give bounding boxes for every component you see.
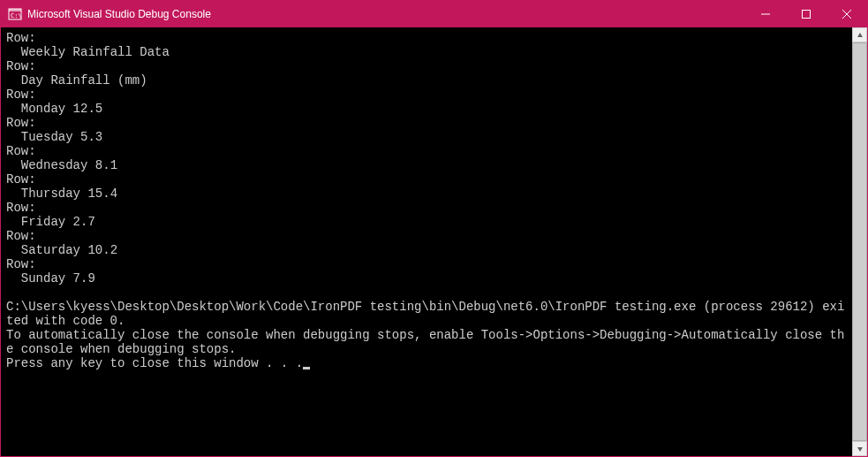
titlebar[interactable]: C:\ Microsoft Visual Studio Debug Consol… (1, 1, 867, 27)
app-icon: C:\ (8, 7, 22, 21)
scroll-thumb[interactable] (852, 42, 867, 441)
svg-marker-8 (857, 447, 863, 452)
debug-console-window: C:\ Microsoft Visual Studio Debug Consol… (0, 0, 868, 457)
window-controls (745, 1, 867, 27)
scroll-track[interactable] (852, 42, 867, 441)
maximize-button[interactable] (786, 1, 826, 27)
console-output[interactable]: Row: Weekly Rainfall Data Row: Day Rainf… (1, 27, 852, 456)
console-area: Row: Weekly Rainfall Data Row: Day Rainf… (1, 27, 867, 456)
console-rows: Row: Weekly Rainfall Data Row: Day Rainf… (6, 31, 170, 286)
cursor-icon (303, 367, 310, 369)
svg-rect-4 (803, 11, 811, 19)
minimize-button[interactable] (745, 1, 786, 27)
svg-marker-7 (857, 33, 863, 37)
svg-rect-1 (9, 9, 21, 11)
window-title: Microsoft Visual Studio Debug Console (27, 8, 211, 20)
auto-close-line: To automatically close the console when … (6, 328, 844, 356)
scroll-up-button[interactable] (852, 27, 867, 42)
svg-text:C:\: C:\ (11, 12, 22, 19)
scroll-down-button[interactable] (852, 441, 867, 456)
vertical-scrollbar[interactable] (852, 27, 867, 456)
close-button[interactable] (826, 1, 867, 27)
exit-line: C:\Users\kyess\Desktop\Desktop\Work\Code… (6, 300, 844, 328)
press-key-line: Press any key to close this window . . . (6, 356, 303, 370)
